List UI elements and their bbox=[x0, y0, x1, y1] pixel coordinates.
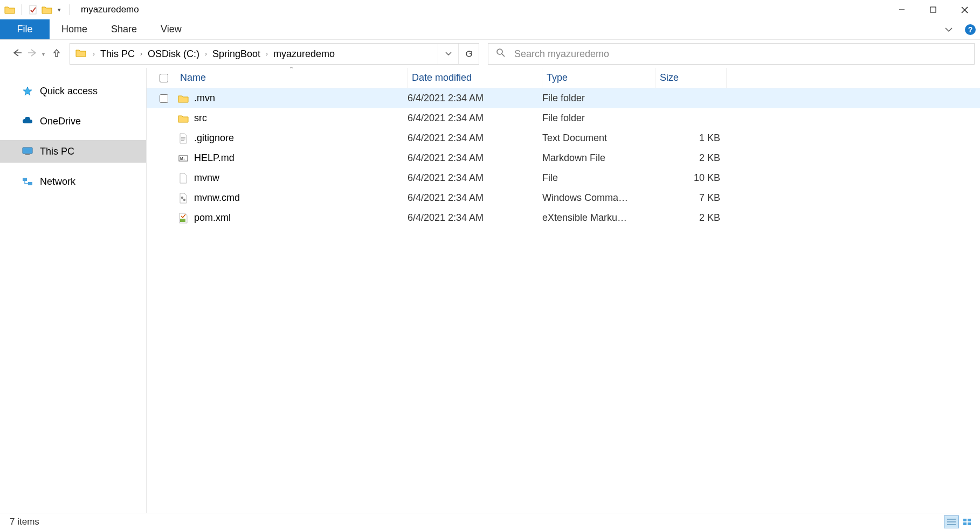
back-button[interactable] bbox=[12, 48, 23, 60]
svg-text:M↓: M↓ bbox=[180, 157, 185, 161]
sidebar-item-this-pc[interactable]: This PC bbox=[0, 140, 146, 163]
file-tab[interactable]: File bbox=[0, 19, 50, 39]
cloud-icon bbox=[22, 117, 33, 125]
file-type: File folder bbox=[542, 113, 655, 124]
file-date: 6/4/2021 2:34 AM bbox=[408, 113, 542, 124]
breadcrumb-this-pc[interactable]: This PC bbox=[97, 48, 138, 60]
sidebar-item-quick-access[interactable]: Quick access bbox=[0, 80, 146, 102]
file-name: mvnw bbox=[191, 172, 408, 184]
file-icon bbox=[176, 133, 191, 144]
sidebar-item-onedrive[interactable]: OneDrive bbox=[0, 110, 146, 132]
nav-arrows: ▾ bbox=[4, 48, 50, 60]
file-date: 6/4/2021 2:34 AM bbox=[408, 172, 542, 184]
column-header-type[interactable]: Type bbox=[542, 68, 655, 88]
maximize-button[interactable] bbox=[917, 0, 949, 19]
file-rows: .mvn6/4/2021 2:34 AMFile foldersrc6/4/20… bbox=[147, 88, 980, 513]
file-size: 7 KB bbox=[655, 192, 720, 204]
tab-home[interactable]: Home bbox=[50, 19, 99, 39]
sidebar-item-network[interactable]: Network bbox=[0, 170, 146, 193]
properties-icon[interactable] bbox=[29, 5, 38, 15]
breadcrumb-springboot[interactable]: SpringBoot bbox=[209, 48, 264, 60]
file-row[interactable]: M↓HELP.md6/4/2021 2:34 AMMarkdown File2 … bbox=[147, 148, 980, 168]
details-view-button[interactable] bbox=[944, 515, 959, 528]
svg-rect-25 bbox=[968, 519, 971, 521]
window-title: myazuredemo bbox=[81, 4, 139, 15]
svg-point-18 bbox=[181, 196, 183, 198]
minimize-button[interactable] bbox=[886, 0, 917, 19]
address-bar[interactable]: › This PC › OSDisk (C:) › SpringBoot › m… bbox=[70, 43, 479, 65]
svg-line-8 bbox=[502, 54, 505, 57]
column-header-name[interactable]: Name ⌃ bbox=[176, 68, 408, 88]
search-box[interactable] bbox=[488, 43, 975, 65]
column-header-size[interactable]: Size bbox=[655, 68, 727, 88]
svg-rect-2 bbox=[930, 7, 936, 12]
sidebar-item-label: Network bbox=[40, 176, 75, 187]
sort-ascending-icon: ⌃ bbox=[289, 66, 294, 73]
chevron-right-icon[interactable]: › bbox=[91, 50, 97, 58]
history-dropdown-icon[interactable] bbox=[438, 44, 458, 64]
new-folder-icon[interactable] bbox=[42, 5, 52, 14]
tab-view[interactable]: View bbox=[149, 19, 194, 39]
file-name: HELP.md bbox=[191, 152, 408, 164]
large-icons-view-button[interactable] bbox=[960, 515, 975, 528]
file-type: Windows Comma… bbox=[542, 192, 655, 204]
search-input[interactable] bbox=[514, 48, 967, 60]
refresh-button[interactable] bbox=[458, 44, 479, 64]
file-row[interactable]: mvnw.cmd6/4/2021 2:34 AMWindows Comma…7 … bbox=[147, 188, 980, 208]
chevron-right-icon[interactable]: › bbox=[264, 50, 270, 58]
help-button[interactable]: ? bbox=[961, 19, 980, 39]
file-type: File bbox=[542, 172, 655, 184]
breadcrumb-osdisk[interactable]: OSDisk (C:) bbox=[144, 48, 203, 60]
file-row[interactable]: .mvn6/4/2021 2:34 AMFile folder bbox=[147, 88, 980, 108]
svg-point-7 bbox=[497, 49, 502, 54]
folder-icon bbox=[70, 48, 91, 60]
up-button[interactable] bbox=[50, 48, 66, 60]
breadcrumb-current[interactable]: myazuredemo bbox=[270, 48, 338, 60]
file-name: src bbox=[191, 113, 408, 124]
chevron-right-icon[interactable]: › bbox=[138, 50, 144, 58]
file-type: Text Document bbox=[542, 132, 655, 144]
folder-icon bbox=[4, 5, 15, 14]
forward-button[interactable] bbox=[28, 48, 39, 60]
search-icon bbox=[496, 48, 506, 60]
close-button[interactable] bbox=[949, 0, 980, 19]
title-bar: ▾ myazuredemo bbox=[0, 0, 980, 19]
svg-rect-0 bbox=[30, 5, 36, 14]
sidebar-item-label: Quick access bbox=[40, 86, 98, 97]
network-icon bbox=[22, 177, 33, 186]
file-size: 1 KB bbox=[655, 132, 720, 144]
chevron-right-icon[interactable]: › bbox=[203, 50, 209, 58]
file-row[interactable]: mvnw6/4/2021 2:34 AMFile10 KB bbox=[147, 168, 980, 188]
window-controls bbox=[886, 0, 980, 19]
navigation-row: ▾ › This PC › OSDisk (C:) › SpringBoot ›… bbox=[0, 40, 980, 68]
file-date: 6/4/2021 2:34 AM bbox=[408, 132, 542, 144]
ribbon-expand-icon[interactable] bbox=[937, 19, 961, 39]
row-checkbox[interactable] bbox=[160, 94, 176, 103]
file-type: File folder bbox=[542, 93, 655, 104]
ribbon-tabs: File Home Share View ? bbox=[0, 19, 980, 40]
file-row[interactable]: .gitignore6/4/2021 2:34 AMText Document1… bbox=[147, 128, 980, 148]
column-headers: Name ⌃ Date modified Type Size bbox=[147, 68, 980, 88]
file-date: 6/4/2021 2:34 AM bbox=[408, 212, 542, 224]
status-bar: 7 items bbox=[0, 513, 980, 530]
svg-rect-27 bbox=[968, 522, 971, 525]
star-icon bbox=[22, 86, 33, 96]
svg-rect-10 bbox=[25, 154, 30, 155]
recent-locations-icon[interactable]: ▾ bbox=[42, 51, 45, 57]
svg-point-19 bbox=[183, 198, 185, 200]
tab-share[interactable]: Share bbox=[99, 19, 149, 39]
file-name: .gitignore bbox=[191, 132, 408, 144]
separator bbox=[70, 4, 70, 15]
column-header-date[interactable]: Date modified bbox=[408, 68, 542, 88]
separator bbox=[22, 4, 22, 15]
file-row[interactable]: pom.xml6/4/2021 2:34 AMeXtensible Marku…… bbox=[147, 208, 980, 228]
qat-dropdown-icon[interactable]: ▾ bbox=[56, 6, 63, 13]
file-type: Markdown File bbox=[542, 152, 655, 164]
file-row[interactable]: src6/4/2021 2:34 AMFile folder bbox=[147, 108, 980, 128]
select-all-checkbox[interactable] bbox=[160, 74, 176, 82]
svg-rect-9 bbox=[23, 148, 32, 154]
main-area: Quick access OneDrive This PC Network Na… bbox=[0, 68, 980, 513]
file-icon bbox=[176, 173, 191, 184]
file-icon bbox=[176, 193, 191, 204]
file-date: 6/4/2021 2:34 AM bbox=[408, 152, 542, 164]
